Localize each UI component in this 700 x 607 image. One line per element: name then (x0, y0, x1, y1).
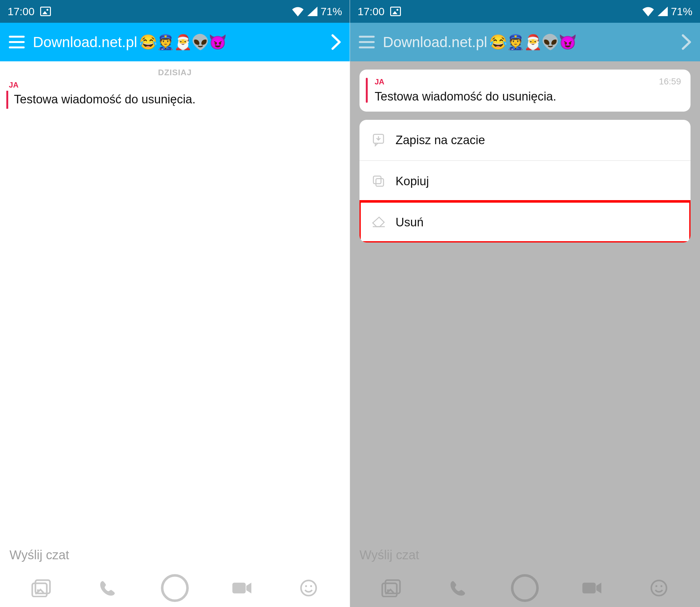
message-text: Testowa wiadomość do usunięcia. (375, 90, 681, 103)
cell-signal-icon (658, 7, 668, 16)
context-menu: Zapisz na czacie Kopiuj Usuń (359, 120, 691, 243)
gallery-button[interactable] (377, 574, 405, 602)
status-time: 17:00 (7, 5, 35, 18)
menu-item-save[interactable]: Zapisz na czacie (359, 120, 691, 160)
save-in-chat-icon (371, 132, 386, 148)
chat-title-emojis: 😂👮🎅👽😈 (489, 34, 576, 50)
status-right: 71% (642, 5, 693, 18)
chat-title-emojis: 😂👮🎅👽😈 (139, 34, 226, 50)
wifi-icon (291, 6, 304, 17)
message-sender: JA (9, 81, 343, 89)
picture-notification-icon (390, 7, 401, 16)
svg-rect-9 (376, 179, 384, 186)
menu-item-label: Usuń (395, 216, 424, 229)
emoji-button[interactable] (645, 574, 673, 602)
status-left: 17:00 (7, 5, 51, 18)
svg-rect-8 (373, 176, 381, 184)
menu-icon[interactable] (359, 36, 375, 48)
menu-item-copy[interactable]: Kopiuj (359, 160, 691, 202)
svg-point-5 (305, 585, 307, 587)
message-text: Testowa wiadomość do usunięcia. (6, 91, 343, 109)
chat-title-text: Download.net.pl (383, 34, 487, 50)
menu-icon[interactable] (9, 36, 25, 48)
battery-percent: 71% (671, 5, 693, 18)
android-status-bar: 17:00 71% (0, 0, 350, 23)
svg-point-17 (660, 585, 662, 587)
cell-signal-icon (307, 7, 317, 16)
status-right: 71% (291, 5, 342, 18)
status-left: 17:00 (357, 5, 401, 18)
chat-title-text: Download.net.pl (33, 34, 137, 50)
menu-item-label: Zapisz na czacie (395, 133, 485, 147)
menu-item-label: Kopiuj (395, 174, 429, 188)
wifi-icon (642, 6, 655, 17)
menu-item-delete[interactable]: Usuń (359, 202, 691, 243)
svg-point-6 (310, 585, 312, 587)
battery-percent: 71% (321, 5, 342, 18)
shutter-button[interactable] (511, 574, 539, 602)
chevron-right-icon[interactable] (331, 34, 341, 50)
chat-body-dimmed[interactable]: JA 16:59 Testowa wiadomość do usunięcia.… (350, 61, 700, 541)
copy-icon (371, 173, 386, 189)
message-block[interactable]: JA Testowa wiadomość do usunięcia. (0, 81, 350, 109)
video-button[interactable] (578, 574, 606, 602)
svg-rect-14 (582, 583, 596, 593)
svg-point-4 (301, 581, 316, 595)
svg-point-16 (655, 585, 657, 587)
phone-screenshot-left: 17:00 71% Download.net.pl 😂👮🎅👽😈 DZISIAJ (0, 0, 350, 607)
chat-input-area[interactable]: Wyślij czat (350, 541, 700, 569)
eraser-icon (371, 215, 386, 230)
chat-header: Download.net.pl 😂👮🎅👽😈 (0, 23, 350, 61)
bottom-toolbar (350, 569, 700, 607)
call-button[interactable] (444, 574, 472, 602)
chat-header: Download.net.pl 😂👮🎅👽😈 (350, 23, 700, 61)
chat-title[interactable]: Download.net.pl 😂👮🎅👽😈 (383, 34, 674, 50)
message-sender: JA (375, 78, 385, 86)
chat-input-placeholder: Wyślij czat (359, 548, 419, 562)
emoji-button[interactable] (294, 574, 323, 602)
call-button[interactable] (94, 574, 122, 602)
message-accent-bar (366, 78, 368, 103)
date-divider: DZISIAJ (0, 61, 350, 81)
selected-message-card[interactable]: JA 16:59 Testowa wiadomość do usunięcia. (359, 69, 691, 111)
svg-rect-3 (232, 583, 246, 593)
message-time: 16:59 (659, 77, 681, 87)
bottom-toolbar (0, 569, 350, 607)
chat-input-placeholder: Wyślij czat (9, 548, 69, 562)
svg-point-15 (651, 581, 666, 595)
chat-body[interactable]: DZISIAJ JA Testowa wiadomość do usunięci… (0, 61, 350, 541)
chat-input-area[interactable]: Wyślij czat (0, 541, 350, 569)
video-button[interactable] (228, 574, 256, 602)
chevron-right-icon[interactable] (682, 34, 691, 50)
picture-notification-icon (40, 7, 51, 16)
context-overlay: JA 16:59 Testowa wiadomość do usunięcia.… (359, 69, 691, 243)
gallery-button[interactable] (27, 574, 55, 602)
chat-title[interactable]: Download.net.pl 😂👮🎅👽😈 (33, 34, 323, 50)
status-time: 17:00 (357, 5, 385, 18)
android-status-bar: 17:00 71% (350, 0, 700, 23)
phone-screenshot-right: 17:00 71% Download.net.pl 😂👮🎅👽😈 (350, 0, 700, 607)
shutter-button[interactable] (161, 574, 189, 602)
